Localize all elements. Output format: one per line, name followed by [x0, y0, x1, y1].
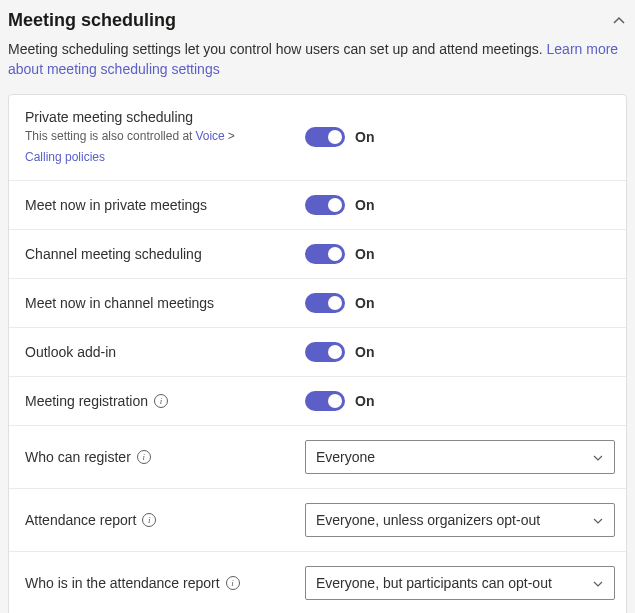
row-label: Who is in the attendance report	[25, 575, 220, 591]
row-label: Meeting registration	[25, 393, 148, 409]
control-col: On	[305, 293, 610, 313]
toggle-meet-now-private[interactable]	[305, 195, 345, 215]
label-col: Attendance report i	[25, 512, 305, 528]
subtext-sep: >	[228, 127, 235, 145]
select-value: Everyone	[316, 449, 375, 465]
row-label: Who can register	[25, 449, 131, 465]
control-col: Everyone, unless organizers opt-out	[305, 503, 615, 537]
label-col: Meeting registration i	[25, 393, 305, 409]
row-private-scheduling: Private meeting scheduling This setting …	[9, 95, 626, 181]
info-icon[interactable]: i	[154, 394, 168, 408]
control-col: On	[305, 391, 610, 411]
panel-description: Meeting scheduling settings let you cont…	[8, 39, 627, 80]
control-col: On	[305, 195, 610, 215]
row-label: Meet now in private meetings	[25, 197, 207, 213]
control-col: Everyone	[305, 440, 615, 474]
chevron-up-icon[interactable]	[611, 13, 627, 29]
row-meet-now-channel: Meet now in channel meetings On	[9, 279, 626, 328]
select-who-can-register[interactable]: Everyone	[305, 440, 615, 474]
row-meeting-registration: Meeting registration i On	[9, 377, 626, 426]
toggle-private-scheduling[interactable]	[305, 127, 345, 147]
row-label: Private meeting scheduling	[25, 109, 305, 125]
row-subtext: This setting is also controlled at Voice…	[25, 127, 305, 166]
control-col: On	[305, 127, 610, 147]
meeting-scheduling-panel: Meeting scheduling Meeting scheduling se…	[0, 0, 635, 613]
toggle-channel-scheduling[interactable]	[305, 244, 345, 264]
row-label: Meet now in channel meetings	[25, 295, 214, 311]
row-meet-now-private: Meet now in private meetings On	[9, 181, 626, 230]
info-icon[interactable]: i	[137, 450, 151, 464]
toggle-state: On	[355, 246, 374, 262]
chevron-down-icon	[592, 514, 604, 526]
label-col: Outlook add-in	[25, 344, 305, 360]
row-who-in-report: Who is in the attendance report i Everyo…	[9, 552, 626, 613]
toggle-state: On	[355, 197, 374, 213]
select-attendance-report[interactable]: Everyone, unless organizers opt-out	[305, 503, 615, 537]
label-col: Channel meeting scheduling	[25, 246, 305, 262]
toggle-meet-now-channel[interactable]	[305, 293, 345, 313]
control-col: Everyone, but participants can opt-out	[305, 566, 615, 600]
control-col: On	[305, 342, 610, 362]
toggle-meeting-registration[interactable]	[305, 391, 345, 411]
label-col: Who can register i	[25, 449, 305, 465]
calling-policies-link[interactable]: Calling policies	[25, 148, 105, 166]
panel-title: Meeting scheduling	[8, 10, 176, 31]
subtext-prefix: This setting is also controlled at	[25, 127, 192, 145]
row-who-can-register: Who can register i Everyone	[9, 426, 626, 489]
row-label: Outlook add-in	[25, 344, 116, 360]
label-col: Who is in the attendance report i	[25, 575, 305, 591]
settings-card: Private meeting scheduling This setting …	[8, 94, 627, 613]
toggle-state: On	[355, 344, 374, 360]
control-col: On	[305, 244, 610, 264]
label-col: Meet now in channel meetings	[25, 295, 305, 311]
row-channel-scheduling: Channel meeting scheduling On	[9, 230, 626, 279]
label-col: Private meeting scheduling This setting …	[25, 109, 305, 166]
chevron-down-icon	[592, 451, 604, 463]
label-col: Meet now in private meetings	[25, 197, 305, 213]
panel-header: Meeting scheduling	[8, 10, 627, 39]
select-value: Everyone, but participants can opt-out	[316, 575, 552, 591]
toggle-outlook-addin[interactable]	[305, 342, 345, 362]
row-attendance-report: Attendance report i Everyone, unless org…	[9, 489, 626, 552]
voice-link[interactable]: Voice	[195, 127, 224, 145]
toggle-state: On	[355, 393, 374, 409]
chevron-down-icon	[592, 577, 604, 589]
select-who-in-report[interactable]: Everyone, but participants can opt-out	[305, 566, 615, 600]
info-icon[interactable]: i	[142, 513, 156, 527]
row-outlook-addin: Outlook add-in On	[9, 328, 626, 377]
select-value: Everyone, unless organizers opt-out	[316, 512, 540, 528]
toggle-state: On	[355, 295, 374, 311]
info-icon[interactable]: i	[226, 576, 240, 590]
row-label: Channel meeting scheduling	[25, 246, 202, 262]
row-label: Attendance report	[25, 512, 136, 528]
description-text: Meeting scheduling settings let you cont…	[8, 41, 547, 57]
toggle-state: On	[355, 129, 374, 145]
